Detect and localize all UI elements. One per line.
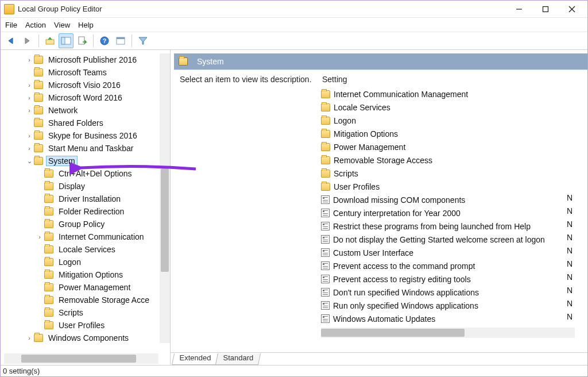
list-item[interactable]: Prevent access to registry editing tools	[321, 272, 587, 286]
filter-button[interactable]	[136, 33, 150, 48]
folder-icon	[44, 283, 53, 291]
list-item[interactable]: Prevent access to the command prompt	[321, 259, 587, 272]
back-button[interactable]	[4, 33, 19, 48]
list-item[interactable]: Internet Communication Management	[321, 87, 587, 101]
tree-item[interactable]: ›Logon	[3, 256, 170, 268]
list-item[interactable]: Century interpretation for Year 2000	[321, 206, 587, 220]
chevron-right-icon[interactable]: ›	[25, 56, 34, 63]
chevron-right-icon[interactable]: ›	[35, 221, 44, 228]
tree-item[interactable]: ⌄System	[3, 155, 170, 167]
chevron-right-icon[interactable]: ›	[35, 309, 44, 316]
chevron-right-icon[interactable]: ›	[35, 297, 44, 303]
chevron-right-icon[interactable]: ›	[25, 132, 34, 139]
tree-item[interactable]: ›Removable Storage Acce	[3, 294, 170, 306]
setting-icon	[321, 261, 330, 270]
chevron-right-icon[interactable]: ›	[25, 69, 34, 76]
list-item-label: Scripts	[334, 169, 358, 178]
tree-item[interactable]: ›Folder Redirection	[3, 205, 170, 218]
tree-item[interactable]: ›Shared Folders	[3, 117, 170, 129]
tree-item[interactable]: ›Microsoft Teams	[3, 66, 170, 79]
list-hscrollbar[interactable]	[321, 328, 575, 338]
list-item-label: Prevent access to the command prompt	[333, 261, 475, 271]
list-item-label: Don't run specified Windows applications	[333, 288, 479, 297]
tree-vscrollbar[interactable]	[160, 53, 170, 343]
list-item[interactable]: Do not display the Getting Started welco…	[321, 233, 587, 246]
chevron-right-icon[interactable]: ›	[25, 145, 34, 152]
tree-item[interactable]: ›Group Policy	[3, 218, 170, 230]
minimize-button[interactable]	[506, 1, 532, 18]
list-item[interactable]: Scripts	[321, 167, 587, 180]
chevron-down-icon[interactable]: ⌄	[25, 157, 34, 165]
tree-item[interactable]: ›Scripts	[3, 306, 170, 319]
tree-item[interactable]: ›Microsoft Publisher 2016	[3, 53, 170, 66]
menu-view[interactable]: View	[54, 21, 70, 29]
chevron-right-icon[interactable]: ›	[25, 107, 34, 114]
show-hide-tree-button[interactable]	[59, 33, 74, 48]
list-item[interactable]: Windows Automatic Updates	[321, 312, 587, 325]
tab-extended[interactable]: Extended	[172, 353, 218, 365]
list-item[interactable]: Restrict these programs from being launc…	[321, 220, 587, 233]
tree-item[interactable]: ›Network	[3, 104, 170, 117]
list-item[interactable]: Locale Services	[321, 101, 587, 114]
up-button[interactable]	[42, 33, 57, 48]
list-item[interactable]: User Profiles	[321, 180, 587, 193]
chevron-right-icon[interactable]: ›	[35, 183, 44, 190]
menu-help[interactable]: Help	[78, 21, 94, 29]
svg-rect-6	[61, 37, 65, 44]
list-item[interactable]: Power Management	[321, 140, 587, 153]
tree-item[interactable]: ›Windows Components	[3, 332, 170, 344]
help-button[interactable]: ?	[97, 33, 112, 48]
tree-item[interactable]: ›Locale Services	[3, 243, 170, 256]
setting-icon	[321, 314, 330, 323]
tree-item[interactable]: ›Skype for Business 2016	[3, 129, 170, 142]
tree-item[interactable]: ›Microsoft Word 2016	[3, 91, 170, 104]
chevron-right-icon[interactable]: ›	[25, 334, 34, 341]
tree-item[interactable]: ›Display	[3, 180, 170, 193]
list-item[interactable]: Custom User Interface	[321, 246, 587, 259]
menu-file[interactable]: File	[5, 21, 17, 29]
settings-list[interactable]: Setting Internet Communication Managemen…	[318, 70, 587, 352]
chevron-right-icon[interactable]: ›	[35, 284, 44, 291]
tree-hscrollbar[interactable]	[4, 353, 158, 364]
export-button[interactable]	[75, 33, 90, 48]
tree-item[interactable]: ›Internet Communication	[3, 230, 170, 243]
list-item[interactable]: Run only specified Windows applications	[321, 299, 587, 312]
tab-standard[interactable]: Standard	[215, 353, 261, 365]
maximize-button[interactable]	[532, 1, 559, 18]
tree-item[interactable]: ›Microsoft Visio 2016	[3, 79, 170, 91]
list-item[interactable]: Removable Storage Access	[321, 153, 587, 167]
svg-rect-11	[117, 37, 125, 39]
chevron-right-icon[interactable]: ›	[35, 322, 44, 329]
chevron-right-icon[interactable]: ›	[25, 120, 34, 126]
column-header-setting[interactable]: Setting	[321, 72, 587, 87]
chevron-right-icon[interactable]: ›	[35, 170, 44, 177]
state-cell: N	[567, 244, 587, 257]
list-item[interactable]: Download missing COM components	[321, 193, 587, 206]
forward-button[interactable]	[20, 33, 35, 48]
chevron-right-icon[interactable]: ›	[35, 195, 44, 202]
chevron-right-icon[interactable]: ›	[25, 94, 34, 101]
tree-item-label: Internet Communication	[57, 232, 146, 241]
list-item[interactable]: Logon	[321, 114, 587, 127]
menu-action[interactable]: Action	[25, 21, 46, 29]
properties-button[interactable]	[113, 33, 128, 48]
tree-item[interactable]: ›Ctrl+Alt+Del Options	[3, 167, 170, 180]
tree[interactable]: ›Microsoft Publisher 2016›Microsoft Team…	[1, 53, 170, 353]
folder-icon	[34, 334, 43, 342]
close-button[interactable]	[559, 1, 585, 18]
tree-item[interactable]: ›Power Management	[3, 281, 170, 294]
list-item[interactable]: Don't run specified Windows applications	[321, 286, 587, 299]
tree-item[interactable]: ›User Profiles	[3, 319, 170, 332]
chevron-right-icon[interactable]: ›	[35, 233, 44, 240]
tree-item[interactable]: ›Start Menu and Taskbar	[3, 142, 170, 155]
state-cell: N	[567, 191, 587, 204]
tree-item[interactable]: ›Mitigation Options	[3, 268, 170, 281]
chevron-right-icon[interactable]: ›	[35, 271, 44, 278]
list-item[interactable]: Mitigation Options	[321, 127, 587, 140]
chevron-right-icon[interactable]: ›	[25, 82, 34, 89]
tree-item[interactable]: ›Driver Installation	[3, 193, 170, 205]
chevron-right-icon[interactable]: ›	[35, 259, 44, 266]
chevron-right-icon[interactable]: ›	[35, 246, 44, 253]
svg-rect-7	[79, 37, 84, 44]
chevron-right-icon[interactable]: ›	[35, 208, 44, 215]
